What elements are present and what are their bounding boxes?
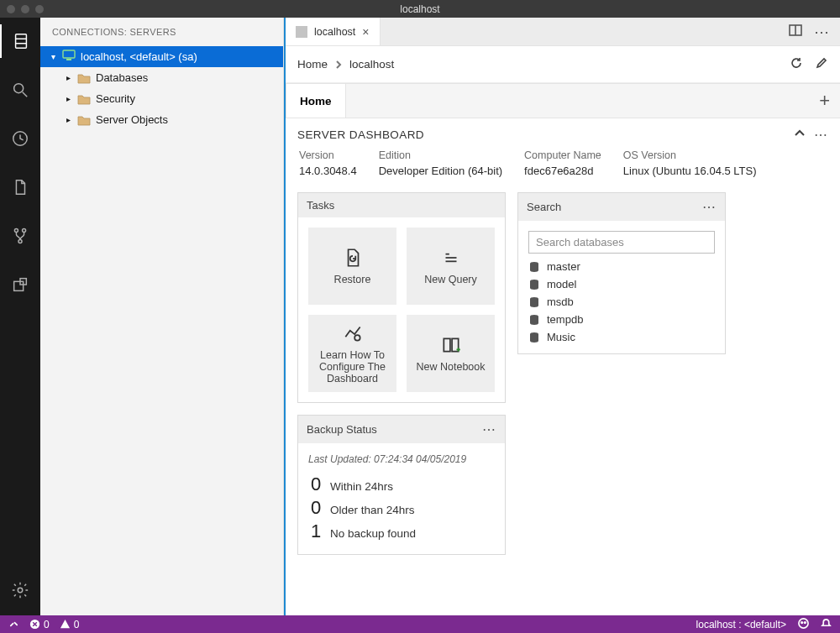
edit-icon[interactable] <box>815 56 828 72</box>
activity-search[interactable] <box>0 73 40 107</box>
status-bar: 0 0 localhost : <default> <box>0 615 840 633</box>
database-item[interactable]: master <box>528 260 715 273</box>
more-icon[interactable]: ⋯ <box>482 421 496 437</box>
activity-extensions[interactable] <box>0 268 40 301</box>
dashboard-header: SERVER DASHBOARD ⋯ <box>297 127 828 143</box>
task-new-notebook[interactable]: New Notebook <box>407 315 495 392</box>
branch-icon <box>11 227 29 245</box>
search-input[interactable] <box>528 231 715 254</box>
prop-value: fdec67e6a28d <box>524 165 601 177</box>
task-label: Restore <box>334 274 371 285</box>
activity-settings[interactable] <box>0 573 40 607</box>
panel-title: CONNECTIONS: SERVERS <box>40 18 283 46</box>
more-icon[interactable]: ⋯ <box>702 199 717 215</box>
backup-label: Within 24hrs <box>330 480 393 493</box>
database-item[interactable]: Music <box>528 331 715 343</box>
twisty-icon[interactable] <box>64 94 72 103</box>
status-connection[interactable]: localhost : <default> <box>696 619 786 630</box>
tree-node-databases[interactable]: Databases <box>40 67 283 88</box>
backup-label: No backup found <box>330 527 416 540</box>
maximize-window-icon[interactable] <box>35 5 44 13</box>
backup-last-updated: Last Updated: 07:24:34 04/05/2019 <box>308 453 495 465</box>
prop-label: Edition <box>379 149 502 161</box>
server-connected-icon <box>62 50 76 64</box>
server-tree: localhost, <default> (sa) Databases Secu… <box>40 46 283 130</box>
task-restore[interactable]: Restore <box>308 228 396 305</box>
server-node-localhost[interactable]: localhost, <default> (sa) <box>40 46 283 67</box>
feedback-icon[interactable] <box>798 618 809 631</box>
svg-point-32 <box>805 621 806 623</box>
split-editor-icon[interactable] <box>789 24 802 40</box>
database-item[interactable]: tempdb <box>528 313 715 326</box>
tree-node-label: Server Objects <box>96 113 168 126</box>
backup-count: 0 <box>308 497 323 519</box>
window-title: localhost <box>400 3 439 15</box>
tab-localhost[interactable]: localhost × <box>286 18 381 45</box>
close-icon[interactable]: × <box>362 26 369 38</box>
notifications-icon[interactable] <box>821 618 832 631</box>
backup-label: Older than 24hrs <box>330 504 415 516</box>
twisty-icon[interactable] <box>64 115 72 124</box>
problems-warnings[interactable]: 0 <box>60 619 80 630</box>
database-list: master model msdb tempdb Music <box>528 260 715 343</box>
prop-label: Computer Name <box>524 149 601 161</box>
minimize-window-icon[interactable] <box>21 5 29 13</box>
breadcrumb-home[interactable]: Home <box>297 58 328 71</box>
backup-count: 0 <box>308 473 323 495</box>
tree-node-label: Databases <box>96 71 148 84</box>
connections-panel: CONNECTIONS: SERVERS localhost, <default… <box>40 18 284 615</box>
problems-errors[interactable]: 0 <box>29 619 50 630</box>
task-learn-configure[interactable]: Learn How To Configure The Dashboard <box>308 315 396 392</box>
database-name: master <box>547 260 580 273</box>
svg-line-4 <box>23 92 28 97</box>
tree-node-label: Security <box>96 92 135 105</box>
twisty-icon[interactable] <box>49 52 57 61</box>
twisty-icon[interactable] <box>64 73 72 82</box>
activity-source-control[interactable] <box>0 219 40 253</box>
editor-tabs: localhost × ⋯ <box>286 18 840 46</box>
extensions-icon <box>11 275 29 294</box>
tasks-widget: Tasks Restore New Query <box>297 192 506 403</box>
activity-explorer[interactable] <box>0 170 40 204</box>
search-widget: Search⋯ master model msdb tempdb Music <box>517 192 726 354</box>
svg-point-8 <box>18 239 22 243</box>
more-icon[interactable]: ⋯ <box>814 127 828 143</box>
database-icon <box>528 314 540 326</box>
task-label: Learn How To Configure The Dashboard <box>313 349 391 385</box>
task-label: New Notebook <box>417 361 486 373</box>
database-item[interactable]: model <box>528 278 715 290</box>
remote-indicator[interactable] <box>8 619 19 630</box>
task-new-query[interactable]: New Query <box>407 228 495 305</box>
breadcrumb-current[interactable]: localhost <box>349 58 394 71</box>
window-controls[interactable] <box>7 5 44 13</box>
notebook-icon <box>440 334 462 356</box>
query-icon <box>440 247 462 269</box>
add-tab-button[interactable]: + <box>346 83 840 118</box>
prop-value: Linux (Ubuntu 16.04.5 LTS) <box>623 165 757 177</box>
svg-point-6 <box>14 229 18 233</box>
database-name: msdb <box>547 296 574 308</box>
warning-count: 0 <box>74 619 80 630</box>
svg-rect-9 <box>14 281 24 290</box>
backup-row: 1No backup found <box>308 521 495 542</box>
tree-node-server-objects[interactable]: Server Objects <box>40 109 283 130</box>
svg-rect-13 <box>66 59 71 60</box>
backup-count: 1 <box>308 521 323 542</box>
refresh-icon[interactable] <box>790 56 803 72</box>
dashboard-title: SERVER DASHBOARD <box>297 128 424 141</box>
clock-icon <box>11 129 29 148</box>
tab-home[interactable]: Home <box>286 83 346 118</box>
more-icon[interactable]: ⋯ <box>814 23 830 41</box>
svg-point-7 <box>23 229 26 233</box>
svg-rect-12 <box>63 50 75 58</box>
file-icon <box>11 178 29 196</box>
activity-history[interactable] <box>0 122 40 155</box>
close-window-icon[interactable] <box>7 5 15 13</box>
collapse-icon[interactable] <box>794 128 806 143</box>
activity-bar <box>0 18 40 615</box>
tree-node-security[interactable]: Security <box>40 88 283 109</box>
database-name: model <box>547 278 576 290</box>
activity-connections[interactable] <box>0 24 40 58</box>
error-icon <box>29 619 40 630</box>
database-item[interactable]: msdb <box>528 296 715 308</box>
